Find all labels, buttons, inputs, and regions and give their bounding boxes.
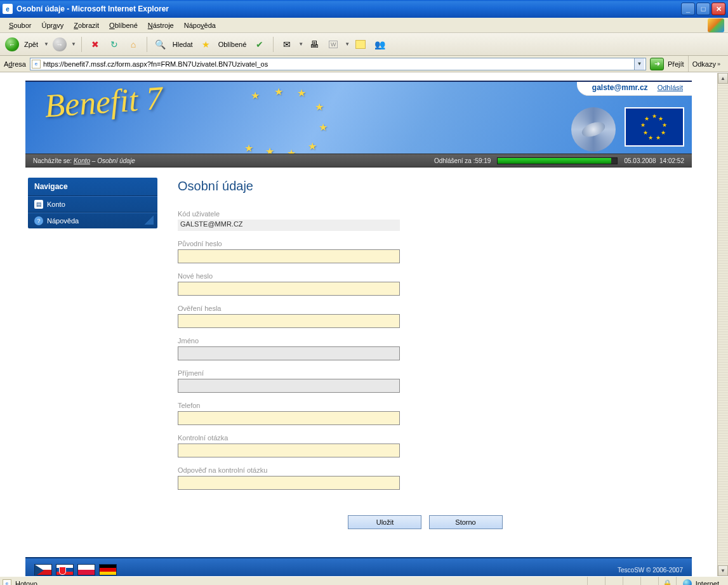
star-icon: ★ bbox=[244, 142, 253, 154]
address-label: Adresa bbox=[4, 60, 26, 68]
scroll-up-icon[interactable]: ▲ bbox=[718, 73, 728, 84]
user-bar: galste@mmr.cz Odhlásit bbox=[577, 82, 692, 96]
search-label[interactable]: Hledat bbox=[171, 41, 195, 48]
page-body: Navigace ▤ Konto ? Nápověda Osobní údaje bbox=[25, 168, 692, 557]
logout-countdown-time: 59:19 bbox=[475, 157, 491, 164]
page-icon: e bbox=[3, 579, 11, 586]
mail-dropdown-icon[interactable]: ▼ bbox=[298, 41, 303, 47]
breadcrumb-prefix: Nacházíte se: bbox=[33, 157, 72, 164]
phone-input[interactable] bbox=[178, 411, 400, 425]
menu-soubor[interactable]: Soubor bbox=[4, 20, 36, 30]
flag-de-icon[interactable] bbox=[99, 564, 117, 575]
sidebar: Navigace ▤ Konto ? Nápověda bbox=[25, 176, 157, 542]
nav-panel: Navigace ▤ Konto ? Nápověda bbox=[28, 178, 157, 228]
print-button[interactable]: 🖶 bbox=[306, 36, 322, 53]
old-password-input[interactable] bbox=[178, 249, 400, 263]
star-icon: ★ bbox=[319, 121, 328, 133]
field-phone: Telefon bbox=[178, 402, 673, 425]
scroll-down-icon[interactable]: ▼ bbox=[718, 565, 728, 576]
forward-dropdown-icon[interactable]: ▼ bbox=[71, 41, 76, 47]
status-bar: e Hotovo 🔒 Internet bbox=[0, 576, 728, 585]
menu-oblibene[interactable]: Oblíbené bbox=[104, 20, 143, 30]
notes-button[interactable] bbox=[352, 36, 369, 53]
content: Osobní údaje Kód uživatele GALSTE@MMR.CZ… bbox=[157, 176, 692, 542]
ie-icon: e bbox=[3, 4, 13, 14]
menu-upravy[interactable]: Úpravy bbox=[36, 20, 69, 30]
ministry-badge-icon bbox=[571, 107, 616, 152]
menubar: Soubor Úpravy Zobrazit Oblíbené Nástroje… bbox=[0, 18, 728, 33]
field-answer: Odpověď na kontrolní otázku bbox=[178, 466, 673, 490]
address-field[interactable]: e ▼ bbox=[30, 58, 646, 70]
logout-progress-bar bbox=[497, 157, 618, 164]
user-code-label: Kód uživatele bbox=[178, 210, 673, 218]
status-cell bbox=[587, 577, 605, 585]
status-cell bbox=[640, 577, 658, 585]
go-label: Přejít bbox=[668, 60, 684, 68]
nav-item-napoveda[interactable]: ? Nápověda bbox=[28, 213, 157, 228]
flag-pl-icon[interactable] bbox=[77, 564, 95, 575]
back-button[interactable]: ← bbox=[4, 36, 20, 53]
question-input[interactable] bbox=[178, 444, 400, 457]
favorites-label[interactable]: Oblíbené bbox=[217, 41, 249, 48]
flag-sk-icon[interactable] bbox=[56, 564, 74, 575]
mail-button[interactable]: ✉ bbox=[279, 36, 295, 53]
konto-icon: ▤ bbox=[34, 200, 43, 209]
star-icon: ★ bbox=[251, 89, 260, 102]
save-button[interactable]: Uložit bbox=[348, 515, 421, 529]
messenger-button[interactable]: 👥 bbox=[371, 36, 388, 53]
refresh-button[interactable]: ↻ bbox=[106, 36, 122, 53]
forward-button[interactable]: → bbox=[51, 36, 68, 53]
help-icon: ? bbox=[34, 216, 43, 225]
language-flags bbox=[34, 564, 117, 575]
answer-input[interactable] bbox=[178, 476, 400, 490]
cancel-button[interactable]: Storno bbox=[429, 515, 503, 529]
confirm-password-input[interactable] bbox=[178, 314, 400, 328]
user-email: galste@mmr.cz bbox=[592, 83, 648, 92]
menu-napoveda[interactable]: Nápověda bbox=[179, 20, 221, 30]
stop-button[interactable]: ✖ bbox=[87, 36, 103, 53]
favorites-button[interactable]: ★ bbox=[198, 36, 215, 53]
back-dropdown-icon[interactable]: ▼ bbox=[44, 41, 49, 47]
breadcrumb-sep: – bbox=[92, 157, 96, 164]
status-cell bbox=[605, 577, 623, 585]
page: Benefit 7 ★ ★ ★ ★ ★ ★ ★ ★ ★ ★★ ★★ ★★ ★★ bbox=[25, 73, 692, 576]
flag-cz-icon[interactable] bbox=[34, 564, 52, 575]
separator bbox=[147, 37, 147, 52]
logout-link[interactable]: Odhlásit bbox=[658, 84, 683, 91]
close-button[interactable]: ✕ bbox=[711, 3, 725, 15]
edit-button[interactable]: W bbox=[325, 36, 341, 53]
page-icon: e bbox=[32, 60, 41, 69]
breadcrumb-konto-link[interactable]: Konto bbox=[74, 157, 90, 164]
server-date: 05.03.2008 bbox=[624, 157, 656, 164]
history-button[interactable]: ✔ bbox=[251, 36, 268, 53]
field-confirm-password: Ověření hesla bbox=[178, 305, 673, 328]
search-button[interactable]: 🔍 bbox=[152, 36, 169, 53]
firstname-input[interactable] bbox=[178, 346, 400, 360]
security-zone[interactable]: Internet bbox=[676, 577, 725, 585]
maximize-button[interactable]: □ bbox=[696, 3, 710, 15]
field-lastname: Příjmení bbox=[178, 369, 673, 393]
ie-flag-icon bbox=[708, 18, 724, 32]
field-new-password: Nové heslo bbox=[178, 272, 673, 296]
nav-item-konto[interactable]: ▤ Konto bbox=[28, 196, 157, 213]
menu-zobrazit[interactable]: Zobrazit bbox=[69, 20, 104, 30]
logout-countdown-label: Odhlášení za : bbox=[434, 157, 475, 164]
menu-nastroje[interactable]: Nástroje bbox=[143, 20, 179, 30]
star-icon: ★ bbox=[287, 147, 296, 154]
nav-item-label: Nápověda bbox=[47, 217, 79, 225]
back-label[interactable]: Zpět bbox=[23, 41, 41, 48]
lastname-input[interactable] bbox=[178, 379, 400, 393]
star-icon: ★ bbox=[265, 145, 274, 154]
star-icon: ★ bbox=[308, 140, 317, 152]
new-password-input[interactable] bbox=[178, 282, 400, 296]
scroll-track[interactable] bbox=[718, 84, 728, 565]
button-row: Uložit Storno bbox=[178, 515, 673, 529]
minimize-button[interactable]: _ bbox=[681, 3, 695, 15]
address-input[interactable] bbox=[43, 60, 632, 68]
links-menu[interactable]: Odkazy » bbox=[688, 56, 724, 72]
go-button[interactable]: ➜ bbox=[650, 58, 664, 70]
edit-dropdown-icon[interactable]: ▼ bbox=[345, 41, 350, 47]
address-dropdown-icon[interactable]: ▼ bbox=[634, 58, 644, 70]
home-button[interactable]: ⌂ bbox=[125, 36, 142, 53]
vertical-scrollbar[interactable]: ▲ ▼ bbox=[717, 73, 728, 576]
